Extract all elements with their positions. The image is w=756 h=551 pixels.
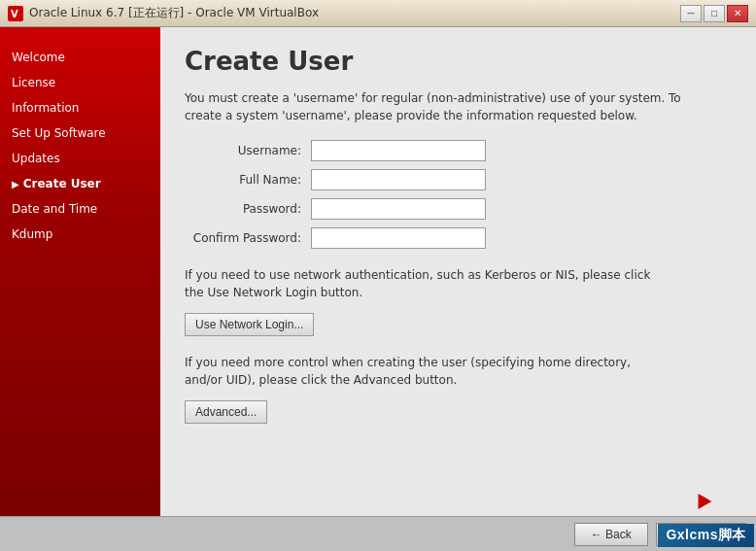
network-description: If you need to use network authenticatio… [185, 266, 661, 301]
sidebar-label-datetime: Date and Time [12, 202, 97, 216]
main-window: Welcome License Information Set Up Softw… [0, 27, 756, 551]
main-panel: Create User You must create a 'username'… [160, 27, 756, 516]
advanced-description: If you need more control when creating t… [185, 354, 661, 389]
username-row: Username: [185, 140, 732, 161]
window-controls: ─ □ ✕ [680, 5, 748, 22]
maximize-button[interactable]: □ [704, 5, 725, 22]
fullname-label: Full Name: [185, 173, 311, 187]
sidebar-label-updates: Updates [12, 152, 60, 165]
sidebar-item-datetime[interactable]: Date and Time [0, 198, 160, 220]
bottom-bar: ← Back Forward → [0, 516, 756, 551]
sidebar-item-updates[interactable]: Updates [0, 148, 160, 169]
sidebar-item-setup[interactable]: Set Up Software [0, 122, 160, 144]
password-label: Password: [185, 202, 311, 216]
sidebar-label-license: License [12, 76, 55, 89]
sidebar-item-kdump[interactable]: Kdump [0, 224, 160, 245]
watermark-text: Gxlcms脚本 [666, 527, 746, 542]
page-title: Create User [185, 47, 732, 76]
content-area: Welcome License Information Set Up Softw… [0, 27, 756, 516]
close-button[interactable]: ✕ [727, 5, 748, 22]
minimize-button[interactable]: ─ [680, 5, 702, 22]
sidebar: Welcome License Information Set Up Softw… [0, 27, 160, 516]
sidebar-item-createuser[interactable]: ▶ Create User [0, 173, 160, 194]
sidebar-item-welcome[interactable]: Welcome [0, 47, 160, 68]
use-network-login-button[interactable]: Use Network Login... [185, 313, 314, 336]
password-input[interactable] [311, 198, 486, 220]
titlebar: V Oracle Linux 6.7 [正在运行] - Oracle VM Vi… [0, 0, 756, 27]
confirm-password-row: Confirm Password: [185, 227, 732, 249]
sidebar-item-license[interactable]: License [0, 72, 160, 93]
svg-text:V: V [11, 9, 18, 19]
sidebar-label-welcome: Welcome [12, 51, 65, 64]
sidebar-label-kdump: Kdump [12, 227, 52, 241]
page-description: You must create a 'username' for regular… [185, 89, 690, 124]
sidebar-label-information: Information [12, 101, 79, 115]
sidebar-label-createuser: Create User [23, 177, 101, 190]
advanced-button[interactable]: Advanced... [185, 400, 267, 424]
sidebar-label-setup: Set Up Software [12, 126, 106, 140]
username-label: Username: [185, 144, 311, 157]
password-row: Password: [185, 198, 732, 220]
window-title: Oracle Linux 6.7 [正在运行] - Oracle VM Virt… [29, 5, 674, 21]
username-input[interactable] [311, 140, 486, 161]
fullname-input[interactable] [311, 169, 486, 190]
confirm-password-input[interactable] [311, 227, 486, 249]
active-arrow-icon: ▶ [12, 179, 19, 189]
fullname-row: Full Name: [185, 169, 732, 190]
app-icon: V [8, 6, 23, 21]
confirm-password-label: Confirm Password: [185, 231, 311, 245]
sidebar-item-information[interactable]: Information [0, 97, 160, 119]
back-button[interactable]: ← Back [574, 523, 648, 546]
watermark-badge: Gxlcms脚本 [658, 524, 754, 547]
